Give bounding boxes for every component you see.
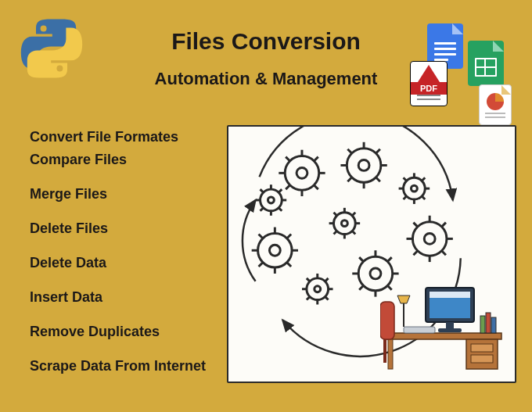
feature-item: Convert File Formates (30, 129, 206, 145)
svg-rect-34 (486, 313, 491, 333)
svg-rect-30 (404, 327, 435, 333)
presentation-file-icon (479, 84, 512, 125)
svg-rect-33 (480, 316, 485, 333)
file-type-icons-group: PDF (404, 23, 521, 125)
feature-item: Delete Data (30, 255, 206, 271)
feature-item: Insert Data (30, 289, 206, 306)
pdf-file-icon: PDF (410, 61, 448, 106)
feature-list: Convert File Formates Compare Files Merg… (30, 129, 206, 392)
svg-rect-23 (471, 355, 493, 363)
svg-rect-29 (438, 328, 462, 332)
feature-item: Scrape Data From Internet (30, 358, 206, 374)
feature-item: Remove Duplicates (30, 324, 206, 340)
svg-rect-32 (383, 339, 386, 363)
feature-item: Delete Files (30, 220, 206, 237)
feature-item: Compare Files (30, 152, 206, 168)
svg-rect-35 (491, 317, 496, 333)
gears-illustration-panel (227, 125, 516, 383)
computer-desk-icon (380, 278, 505, 372)
svg-rect-24 (388, 339, 393, 369)
pdf-label: PDF (411, 82, 447, 95)
svg-rect-31 (380, 302, 394, 339)
google-sheets-icon (468, 41, 504, 86)
svg-rect-22 (471, 344, 493, 352)
svg-rect-27 (430, 292, 470, 298)
svg-rect-28 (446, 322, 454, 328)
feature-item: Merge Files (30, 186, 206, 202)
svg-rect-20 (384, 333, 501, 339)
